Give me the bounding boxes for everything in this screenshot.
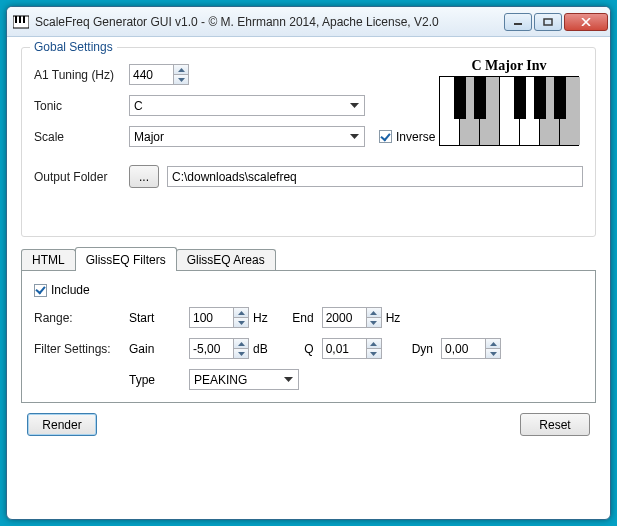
browse-button[interactable]: ... [129, 165, 159, 188]
db-unit: dB [253, 342, 268, 356]
output-folder-input[interactable] [167, 166, 583, 187]
titlebar[interactable]: ScaleFreq Generator GUI v1.0 - © M. Ehrm… [7, 7, 610, 37]
piano-title: C Major Inv [439, 58, 579, 74]
chevron-down-icon [282, 373, 295, 386]
include-checkbox[interactable] [34, 284, 47, 297]
spin-up-icon[interactable] [174, 65, 188, 75]
global-settings-group: Gobal Settings C Major Inv [21, 47, 596, 237]
spin-down-icon[interactable] [234, 318, 248, 327]
a1-tuning-label: A1 Tuning (Hz) [34, 68, 129, 82]
spin-down-icon[interactable] [367, 349, 381, 358]
minimize-button[interactable] [504, 13, 532, 31]
tab-panel-filters: Include Range: Start Hz End Hz Filter Se… [21, 270, 596, 403]
spin-up-icon[interactable] [234, 308, 248, 318]
gain-label: Gain [129, 342, 189, 356]
piano-preview: C Major Inv [439, 58, 579, 146]
svg-rect-5 [544, 19, 552, 25]
inverse-label: Inverse [396, 130, 435, 144]
gain-input[interactable] [189, 338, 233, 359]
q-spinner[interactable] [322, 338, 382, 359]
svg-rect-1 [15, 16, 17, 23]
spin-up-icon[interactable] [367, 308, 381, 318]
filter-settings-label: Filter Settings: [34, 342, 129, 356]
svg-rect-4 [514, 23, 522, 25]
hz-unit: Hz [386, 311, 401, 325]
spin-down-icon[interactable] [486, 349, 500, 358]
scale-combo[interactable]: Major [129, 126, 365, 147]
app-icon [13, 14, 29, 30]
scale-label: Scale [34, 130, 129, 144]
scale-value: Major [134, 130, 164, 144]
tab-bar: HTML GlissEQ Filters GlissEQ Areas [21, 247, 596, 270]
spin-down-icon[interactable] [234, 349, 248, 358]
start-spinner[interactable] [189, 307, 249, 328]
svg-rect-2 [19, 16, 21, 23]
end-input[interactable] [322, 307, 366, 328]
hz-unit: Hz [253, 311, 268, 325]
range-label: Range: [34, 311, 129, 325]
end-spinner[interactable] [322, 307, 382, 328]
chevron-down-icon [348, 99, 361, 112]
window-title: ScaleFreq Generator GUI v1.0 - © M. Ehrm… [35, 15, 504, 29]
tab-glisseq-filters[interactable]: GlissEQ Filters [75, 247, 177, 271]
svg-rect-3 [23, 16, 25, 23]
a1-tuning-input[interactable] [129, 64, 173, 85]
app-window: ScaleFreq Generator GUI v1.0 - © M. Ehrm… [6, 6, 611, 520]
render-button[interactable]: Render [27, 413, 97, 436]
start-label: Start [129, 311, 189, 325]
gain-spinner[interactable] [189, 338, 249, 359]
type-value: PEAKING [194, 373, 247, 387]
reset-button[interactable]: Reset [520, 413, 590, 436]
maximize-button[interactable] [534, 13, 562, 31]
tab-html[interactable]: HTML [21, 249, 76, 270]
dyn-label: Dyn [412, 342, 433, 356]
q-input[interactable] [322, 338, 366, 359]
global-settings-legend: Gobal Settings [30, 40, 117, 54]
spin-down-icon[interactable] [367, 318, 381, 327]
tonic-label: Tonic [34, 99, 129, 113]
end-label: End [274, 311, 314, 325]
spin-down-icon[interactable] [174, 75, 188, 84]
q-label: Q [274, 342, 314, 356]
type-combo[interactable]: PEAKING [189, 369, 299, 390]
chevron-down-icon [348, 130, 361, 143]
include-label: Include [51, 283, 90, 297]
dyn-spinner[interactable] [441, 338, 501, 359]
tab-glisseq-areas[interactable]: GlissEQ Areas [176, 249, 276, 270]
inverse-checkbox[interactable] [379, 130, 392, 143]
spin-up-icon[interactable] [234, 339, 248, 349]
spin-up-icon[interactable] [486, 339, 500, 349]
type-label: Type [129, 373, 189, 387]
output-folder-label: Output Folder [34, 170, 129, 184]
dyn-input[interactable] [441, 338, 485, 359]
close-button[interactable] [564, 13, 608, 31]
piano-keyboard-icon [439, 76, 579, 146]
tonic-value: C [134, 99, 143, 113]
tonic-combo[interactable]: C [129, 95, 365, 116]
start-input[interactable] [189, 307, 233, 328]
spin-up-icon[interactable] [367, 339, 381, 349]
a1-tuning-spinner[interactable] [129, 64, 189, 85]
